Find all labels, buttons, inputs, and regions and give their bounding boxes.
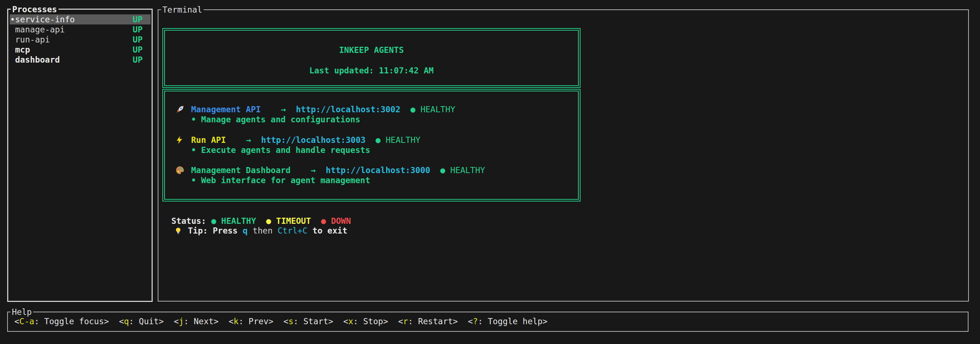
tip-key-q: q bbox=[242, 226, 248, 235]
selected-bullet-icon: • bbox=[10, 14, 15, 24]
process-name: run-api bbox=[15, 35, 50, 45]
help-item: <r: Restart> bbox=[398, 317, 458, 326]
help-key: j bbox=[179, 317, 184, 326]
health-dot-icon: ● bbox=[410, 105, 416, 114]
help-bracket: < bbox=[468, 317, 473, 326]
help-item: <C-a: Toggle focus> bbox=[14, 317, 109, 326]
help-key: k bbox=[234, 317, 239, 326]
health-dot-icon: ● bbox=[441, 165, 445, 175]
health-dot-icon: ● bbox=[376, 135, 381, 145]
process-status: UP bbox=[132, 14, 143, 24]
process-name: service-info bbox=[15, 14, 75, 24]
legend-text: HEALTHY bbox=[221, 216, 256, 226]
banner-updated: Last updated: 11:07:42 AM bbox=[163, 66, 580, 75]
help-bracket: < bbox=[119, 317, 124, 326]
service-desc: • Manage agents and configurations bbox=[191, 114, 360, 125]
service-label: Management Dashboard bbox=[191, 165, 291, 175]
zap-icon bbox=[175, 135, 185, 145]
tip-line: Tip: PressqthenCtrl+Cto exit bbox=[188, 226, 347, 236]
terminal-panel[interactable]: Terminal INKEEP AGENTS Last updated: 11:… bbox=[158, 10, 969, 302]
arrow-icon: → bbox=[311, 165, 316, 175]
process-row[interactable]: mcpUP bbox=[8, 45, 151, 55]
processes-panel[interactable]: Processes •service-infoUPmanage-apiUPrun… bbox=[7, 9, 153, 302]
service-health: HEALTHY bbox=[450, 165, 485, 175]
app-root: Processes •service-infoUPmanage-apiUPrun… bbox=[0, 0, 980, 344]
service-url[interactable]: http://localhost:3000 bbox=[326, 165, 430, 175]
process-name: mcp bbox=[15, 45, 30, 55]
help-panel-title: Help bbox=[10, 307, 33, 317]
help-key: s bbox=[288, 317, 293, 326]
process-row[interactable]: run-apiUP bbox=[8, 35, 151, 45]
help-desc: : Next> bbox=[184, 317, 219, 326]
process-list: •service-infoUPmanage-apiUPrun-apiUPmcpU… bbox=[8, 14, 151, 65]
banner-box: INKEEP AGENTS Last updated: 11:07:42 AM bbox=[162, 28, 581, 88]
service-url[interactable]: http://localhost:3003 bbox=[261, 135, 366, 145]
help-desc: : Quit> bbox=[129, 317, 164, 326]
process-row[interactable]: manage-apiUP bbox=[8, 24, 151, 35]
arrow-icon: → bbox=[281, 105, 286, 114]
legend-text: TIMEOUT bbox=[276, 216, 311, 226]
legend-dot-icon: ● bbox=[266, 216, 271, 226]
service-desc: • Execute agents and handle requests bbox=[191, 145, 371, 155]
help-key: ? bbox=[473, 317, 478, 326]
help-item: <x: Stop> bbox=[344, 317, 388, 326]
status-legend-label: Status: bbox=[171, 216, 206, 226]
help-desc: : Toggle help> bbox=[478, 317, 547, 326]
tip-then: then bbox=[253, 226, 272, 235]
help-desc: : Stop> bbox=[353, 317, 388, 326]
help-key: r bbox=[403, 317, 408, 326]
help-key: q bbox=[124, 317, 129, 326]
help-desc: : Restart> bbox=[408, 317, 458, 326]
process-name: dashboard bbox=[15, 55, 60, 65]
help-desc: : Start> bbox=[293, 317, 333, 326]
help-key: C-a bbox=[19, 317, 35, 326]
help-item: <j: Next> bbox=[174, 317, 219, 326]
legend-dot-icon: ● bbox=[321, 216, 326, 226]
tip-press: Tip: Press bbox=[188, 226, 237, 235]
service-url[interactable]: http://localhost:3002 bbox=[296, 105, 401, 114]
service-health: HEALTHY bbox=[420, 105, 455, 114]
service-row: Management Dashboard→http://localhost:30… bbox=[191, 165, 485, 175]
help-bracket: < bbox=[174, 317, 179, 326]
process-name: manage-api bbox=[15, 24, 65, 35]
service-label: Management API bbox=[191, 105, 261, 114]
process-status: UP bbox=[132, 55, 143, 65]
process-row[interactable]: dashboardUP bbox=[8, 55, 151, 65]
service-desc: • Web interface for agent management bbox=[191, 175, 371, 185]
help-panel: Help <C-a: Toggle focus><q: Quit><j: Nex… bbox=[7, 312, 969, 332]
legend-dot-icon: ● bbox=[211, 216, 216, 226]
status-legend-entries: ●HEALTHY●TIMEOUT●DOWN bbox=[206, 216, 351, 226]
service-row: Management API→http://localhost:3002●HEA… bbox=[191, 104, 455, 114]
help-bracket: < bbox=[344, 317, 348, 326]
process-status: UP bbox=[132, 24, 143, 35]
help-bracket: < bbox=[398, 317, 403, 326]
service-health: HEALTHY bbox=[385, 135, 420, 145]
palette-icon bbox=[175, 165, 185, 175]
status-legend: Status:●HEALTHY●TIMEOUT●DOWN bbox=[171, 216, 351, 226]
banner-title: INKEEP AGENTS bbox=[163, 45, 580, 55]
help-item: <k: Prev> bbox=[229, 317, 274, 326]
tip-exit: to exit bbox=[313, 226, 347, 235]
arrow-icon: → bbox=[246, 135, 251, 145]
process-status: UP bbox=[132, 35, 143, 45]
tip-ctrl-c: Ctrl+C bbox=[278, 226, 307, 235]
help-key: x bbox=[348, 317, 353, 326]
rocket-icon bbox=[175, 104, 185, 114]
help-bracket: < bbox=[229, 317, 234, 326]
help-item: <q: Quit> bbox=[119, 317, 164, 326]
lightbulb-icon bbox=[174, 226, 184, 236]
service-label: Run API bbox=[191, 135, 226, 145]
help-bracket: < bbox=[283, 317, 288, 326]
help-shortcuts: <C-a: Toggle focus><q: Quit><j: Next><k:… bbox=[14, 316, 558, 326]
help-item: <?: Toggle help> bbox=[468, 317, 547, 326]
terminal-panel-title: Terminal bbox=[161, 5, 204, 15]
process-status: UP bbox=[132, 45, 143, 55]
processes-panel-title: Processes bbox=[11, 4, 59, 14]
service-row: Run API→http://localhost:3003●HEALTHY bbox=[191, 135, 420, 145]
help-item: <s: Start> bbox=[283, 317, 333, 326]
help-desc: : Toggle focus> bbox=[34, 317, 109, 326]
process-row[interactable]: •service-infoUP bbox=[8, 14, 151, 24]
help-desc: : Prev> bbox=[239, 317, 274, 326]
legend-text: DOWN bbox=[331, 216, 351, 226]
help-bracket: < bbox=[14, 317, 19, 326]
